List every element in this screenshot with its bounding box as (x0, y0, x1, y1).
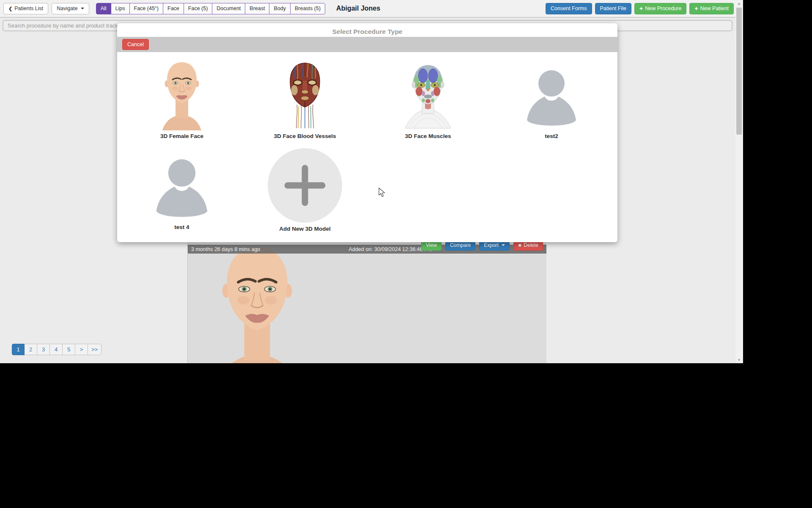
procedure-type-test-4[interactable]: test 4 (127, 155, 237, 230)
filter-tab-face-5[interactable]: Face (5) (184, 3, 213, 14)
add-new-3d-model-button[interactable]: Add New 3D Model (250, 147, 360, 232)
patient-3d-face-render (212, 243, 302, 363)
pagination-last[interactable]: >> (88, 344, 102, 355)
pagination-page-4[interactable]: 4 (50, 344, 63, 355)
vertical-scrollbar[interactable]: ▲ ▼ (735, 0, 743, 363)
patient-file-button[interactable]: Patient File (595, 3, 632, 14)
screen: ❮ Patients List Navigate All Lips Face (… (0, 0, 812, 508)
add-new-plus-icon (250, 147, 360, 223)
scrollbar-thumb[interactable] (736, 8, 742, 135)
scroll-down-icon[interactable]: ▼ (735, 356, 743, 363)
consent-forms-button[interactable]: Consent Forms (546, 3, 592, 14)
patients-list-button[interactable]: ❮ Patients List (3, 3, 48, 14)
select-procedure-modal: Select Procedure Type Cancel (117, 23, 617, 242)
new-patient-button[interactable]: + New Patient (689, 3, 734, 14)
patients-list-label: Patients List (14, 6, 43, 11)
scroll-up-icon[interactable]: ▲ (735, 0, 743, 7)
person-avatar-image (497, 59, 606, 130)
pagination-page-1[interactable]: 1 (12, 344, 25, 355)
person-avatar-image (127, 155, 237, 221)
filter-tab-all[interactable]: All (96, 3, 111, 14)
caret-down-icon (502, 244, 505, 246)
procedure-card: 3 months 26 days 8 mins ago Added on: 30… (187, 243, 546, 363)
procedure-type-3d-female-face[interactable]: 3D Female Face (127, 59, 237, 139)
procedure-age-text: 3 months 26 days 8 mins ago (191, 246, 260, 252)
pagination-page-2[interactable]: 2 (25, 344, 37, 355)
navigate-dropdown[interactable]: Navigate (52, 3, 89, 14)
filter-tab-face-45[interactable]: Face (45°) (130, 3, 164, 14)
pagination-next[interactable]: > (75, 344, 88, 355)
filter-tab-lips[interactable]: Lips (111, 3, 130, 14)
patient-name: Abigail Jones (336, 5, 380, 12)
mouse-cursor (379, 188, 386, 198)
procedure-type-3d-face-muscles[interactable]: 3D Face Muscles (373, 59, 483, 139)
app-window: ❮ Patients List Navigate All Lips Face (… (0, 0, 743, 363)
face-muscles-image (373, 59, 483, 130)
plus-icon: + (694, 6, 698, 11)
cancel-button[interactable]: Cancel (122, 39, 149, 50)
navigate-label: Navigate (57, 6, 77, 11)
delete-x-icon: ✖ (518, 243, 521, 248)
blood-vessels-image (250, 59, 360, 130)
modal-title: Select Procedure Type (117, 28, 617, 36)
back-arrow-icon: ❮ (8, 6, 12, 11)
filter-tab-body[interactable]: Body (269, 3, 291, 14)
new-procedure-button[interactable]: + New Procedure (634, 3, 686, 14)
filter-tab-group: All Lips Face (45°) Face Face (5) Docume… (96, 3, 325, 14)
procedure-type-3d-face-blood-vessels[interactable]: 3D Face Blood Vessels (250, 59, 360, 139)
caret-down-icon (81, 8, 84, 9)
pagination: 1 2 3 4 5 > >> (12, 344, 102, 355)
filter-tab-breast[interactable]: Breast (245, 3, 269, 14)
female-face-image (127, 59, 237, 130)
pagination-page-5[interactable]: 5 (63, 344, 75, 355)
filter-tab-breasts-5[interactable]: Breasts (5) (291, 3, 325, 14)
procedure-type-test2[interactable]: test2 (497, 59, 606, 139)
top-navbar: ❮ Patients List Navigate All Lips Face (… (0, 0, 743, 18)
procedure-added-on: Added on: 30/09/2024 12:36:46 PM (349, 246, 432, 252)
plus-icon: + (639, 6, 643, 11)
filter-tab-document[interactable]: Document (212, 3, 245, 14)
navbar-actions: Consent Forms Patient File + New Procedu… (546, 3, 734, 14)
filter-tab-face[interactable]: Face (163, 3, 184, 14)
pagination-page-3[interactable]: 3 (37, 344, 50, 355)
modal-toolbar: Cancel (117, 37, 617, 52)
